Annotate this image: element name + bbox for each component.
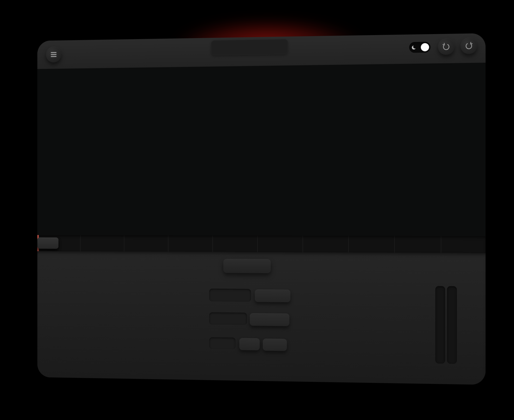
range-knob-dial[interactable]: [129, 280, 188, 341]
process-option-mid[interactable]: [239, 338, 260, 350]
plugin-window: [37, 33, 486, 385]
redo-button[interactable]: [461, 37, 477, 54]
mode-option-allround[interactable]: [255, 289, 290, 302]
range-knob[interactable]: [129, 280, 188, 341]
toggle-knob: [421, 43, 429, 51]
waveform-svg: [37, 63, 486, 236]
mode-option-single-vocal[interactable]: [209, 289, 251, 302]
process-option-stereo[interactable]: [209, 337, 235, 350]
gain-reduction-meter-label: [447, 365, 457, 366]
process-option-side[interactable]: [263, 339, 287, 351]
gain-reduction-meter: [447, 286, 457, 364]
lookahead-value: [377, 329, 413, 330]
threshold-knob[interactable]: [61, 278, 120, 338]
undo-icon: [442, 42, 451, 51]
stage: [0, 0, 514, 420]
redo-icon: [464, 41, 473, 50]
threshold-label: [61, 345, 120, 346]
lookahead-knob[interactable]: [377, 292, 413, 328]
hamburger-menu-icon: [51, 52, 56, 57]
freq-high-handle[interactable]: [37, 237, 58, 249]
audition-button[interactable]: [223, 259, 271, 273]
theme-toggle[interactable]: [409, 42, 431, 53]
band-option-wide-band[interactable]: [209, 312, 247, 325]
waveform-display: [37, 63, 486, 236]
menu-button[interactable]: [46, 47, 61, 63]
control-panel: [37, 251, 486, 385]
frequency-scale: [37, 235, 486, 253]
undo-button[interactable]: [438, 38, 454, 55]
band-option-split-band[interactable]: [250, 313, 289, 326]
input-meter: [435, 286, 445, 364]
range-label: [129, 348, 188, 349]
threshold-knob-dial[interactable]: [61, 278, 120, 338]
preset-selector[interactable]: [211, 39, 288, 55]
lookahead-knob-dial[interactable]: [377, 292, 413, 328]
lookahead-label: [377, 339, 413, 340]
input-meter-label: [435, 365, 445, 365]
moon-icon: [411, 45, 417, 50]
